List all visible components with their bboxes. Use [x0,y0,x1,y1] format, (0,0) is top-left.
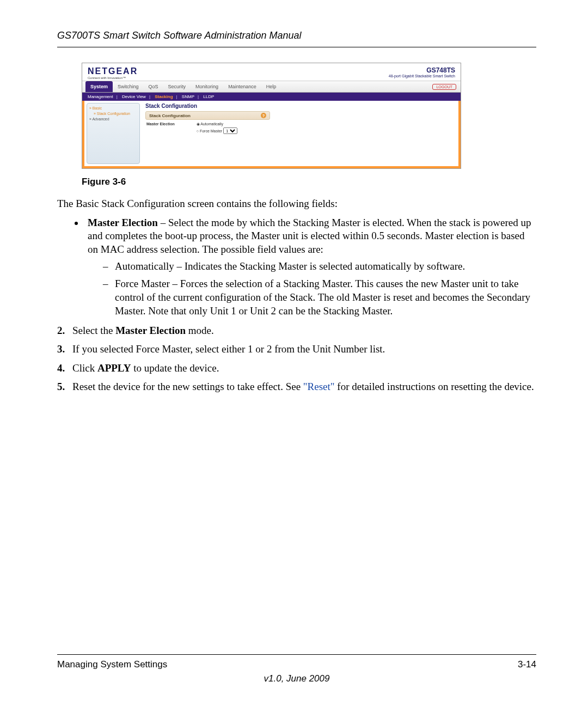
subnav-lldp[interactable]: LLDP [203,94,214,99]
subnav-deviceview[interactable]: Device View [122,94,146,99]
doc-header-title: GS700TS Smart Switch Software Administra… [57,30,536,41]
step-4: 4. Click APPLY to update the device. [57,361,536,376]
subnav-snmp[interactable]: SNMP [182,94,194,99]
help-icon[interactable]: ? [261,113,266,118]
tab-help[interactable]: Help [261,81,281,92]
device-model-sub: 48-port Gigabit Stackable Smart Switch [389,74,455,78]
link-reset[interactable]: "Reset" [303,381,335,392]
brand-logo: NETGEAR [88,66,138,76]
subbullet-automatically: Automatically – Indicates the Stacking M… [103,260,536,273]
radio-automatically[interactable]: ◉ Automatically [197,122,237,126]
tab-security[interactable]: Security [163,81,191,92]
sidebar-stack-config[interactable]: » Stack Configuration [89,112,137,115]
footer-version: v1.0, June 2009 [57,673,536,684]
footer-section: Managing System Settings [57,659,167,670]
intro-text: The Basic Stack Configuration screen con… [57,197,536,211]
subnav-management[interactable]: Management [88,94,113,99]
tab-qos[interactable]: QoS [144,81,163,92]
subbullet-force-master: Force Master – Forces the selection of a… [103,277,536,318]
sidebar-basic[interactable]: » Basic [89,106,137,110]
radio-force-master[interactable]: ○ Force Master 1 2 [197,127,237,134]
panel-subheader: Stack Configuration ? [145,111,270,120]
page-footer: Managing System Settings 3-14 v1.0, June… [57,650,536,684]
sidebar: » Basic » Stack Configuration » Advanced [87,103,140,164]
step-3: 3. If you selected Force Master, select … [57,342,536,357]
device-model: GS748TS [389,66,455,74]
figure-screenshot: NETGEAR Connect with Innovation™ GS748TS… [82,63,463,187]
bullet-master-election: Master Election – Select the mode by whi… [84,216,536,318]
tab-system[interactable]: System [85,81,113,92]
figure-caption: Figure 3-6 [82,176,463,187]
brand-tagline: Connect with Innovation™ [88,76,138,80]
logout-button[interactable]: LOGOUT [432,84,456,90]
sidebar-advanced[interactable]: » Advanced [89,117,137,121]
main-nav: System Switching QoS Security Monitoring… [82,81,461,93]
unit-number-select[interactable]: 1 2 [223,127,237,134]
step-2: 2. Select the Master Election mode. [57,324,536,338]
subnav-stacking[interactable]: Stacking [155,94,173,99]
sub-nav: Management| Device View| Stacking| SNMP|… [82,93,461,101]
tab-switching[interactable]: Switching [113,81,144,92]
panel-title: Stack Configuration [145,103,455,109]
tab-monitoring[interactable]: Monitoring [191,81,223,92]
footer-page-number: 3-14 [518,659,536,670]
step-5: 5. Reset the device for the new settings… [57,380,536,394]
header-rule [57,47,536,47]
field-label-master-election: Master Election [146,122,175,135]
tab-maintenance[interactable]: Maintenance [223,81,261,92]
